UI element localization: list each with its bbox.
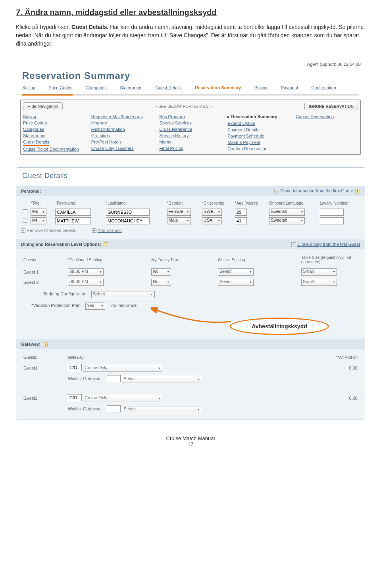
- gateway-table: Guests: Gateway: **Air Add-on Guest1 Cru…: [21, 353, 360, 415]
- nav-cruise-ticket-documentation[interactable]: Cruise Ticket Documentation: [23, 146, 85, 152]
- guest2-citizenship-select[interactable]: USA: [202, 217, 222, 224]
- gw-guest1-gateway-select[interactable]: Cruise Only: [83, 365, 162, 372]
- nav-payment-schedule[interactable]: Payment Schedule: [227, 133, 290, 139]
- gw-guest1-wlcode-input[interactable]: [107, 375, 121, 382]
- guest2-loyalty-input[interactable]: [320, 217, 344, 224]
- guest1-language-select[interactable]: Swedish: [269, 209, 305, 216]
- crumb-payment[interactable]: Payment: [281, 83, 298, 92]
- clone-dining-link[interactable]: →Clone dining from the first Guest: [291, 242, 360, 247]
- guest1-gender-select[interactable]: Female: [167, 209, 191, 216]
- personal-header: Personal: →Clone information from the fi…: [16, 186, 365, 196]
- doc-heading: 7. Ändra namn, middagstid eller avbestäl…: [16, 8, 365, 17]
- dining-table: Guests *Confirmed Seating My Family Time…: [21, 253, 360, 312]
- crumb-guest-details[interactable]: Guest Details: [156, 83, 182, 92]
- nav-make-a-payment[interactable]: Make a Payment: [227, 139, 290, 146]
- gw-guest1-waitlist-label: Waitlist Gateway:: [68, 376, 106, 381]
- crumb-price-codes[interactable]: Price Codes: [48, 83, 72, 92]
- nav-sailing[interactable]: Sailing: [23, 113, 85, 120]
- nav-request-email-fax[interactable]: Request e-Mail/Fax Forms: [91, 113, 154, 120]
- crumb-staterooms[interactable]: Staterooms: [120, 83, 142, 92]
- guest1-tablesize-select[interactable]: Small: [301, 268, 337, 276]
- crumb-sailing[interactable]: Sailing: [22, 83, 35, 92]
- hide-navigation-button[interactable]: Hide Navigation: [23, 102, 63, 110]
- gwcol-gateway: Gateway:: [66, 354, 315, 362]
- gw-guest2-code-input[interactable]: [68, 394, 82, 401]
- guest1-loyalty-input[interactable]: [320, 209, 344, 216]
- guest2-language-select[interactable]: Swedish: [269, 217, 305, 224]
- nav-service-history[interactable]: Service History: [160, 132, 222, 139]
- arrow-right-icon: →: [274, 189, 279, 193]
- nav-gratuities[interactable]: Gratuities: [91, 132, 154, 139]
- guest1-familytime-select[interactable]: No: [151, 268, 171, 276]
- gw-guest1-label: Guest1: [22, 363, 65, 373]
- arrow-right-icon: →: [291, 242, 296, 247]
- crumb-categories[interactable]: Categories: [86, 83, 107, 92]
- nav-confirm-reservation[interactable]: Confirm Reservation: [227, 146, 290, 152]
- trip-insurance-label: Trip Insurance: [109, 303, 137, 308]
- guest1-citizenship-select[interactable]: SWE: [202, 209, 222, 216]
- gw-guest2-gateway-select[interactable]: Cruise Only: [83, 395, 162, 402]
- callout-arrow-icon: [151, 306, 239, 329]
- guest2-lastname-input[interactable]: [106, 217, 150, 224]
- nav-flight-information[interactable]: Flight Information: [91, 126, 154, 132]
- ignore-reservation-button[interactable]: IGNORE RESERVATION: [304, 103, 358, 110]
- guest1-age-input[interactable]: [235, 209, 247, 216]
- guest2-firstname-input[interactable]: [55, 217, 91, 224]
- info-icon[interactable]: i: [104, 242, 108, 247]
- nav-pre-post-hotels[interactable]: Pre/Post Hotels: [91, 139, 154, 145]
- guest1-firstname-input[interactable]: [55, 209, 91, 216]
- nav-price-codes[interactable]: Price Codes: [23, 120, 85, 126]
- nav-extend-option[interactable]: Extend Option: [227, 120, 290, 126]
- bedding-select[interactable]: Select: [91, 291, 155, 298]
- bedding-label: Bedding Configuration:: [43, 291, 88, 296]
- remove-checked-guests[interactable]: −Remove Checked Guests: [21, 228, 83, 233]
- nav-memo[interactable]: Memo: [160, 139, 222, 145]
- guest1-checkbox[interactable]: [23, 209, 27, 214]
- guest1-title-select[interactable]: Ms: [31, 209, 46, 216]
- nav-final-pricing[interactable]: Final Pricing: [160, 145, 222, 151]
- nav-categories[interactable]: Categories: [23, 126, 85, 132]
- guest2-checkbox[interactable]: [23, 218, 27, 223]
- screenshot-panel: Agent Support: 08-22 54 00 Reservation S…: [16, 60, 365, 159]
- guest-details-box: Guest Details Personal: →Clone informati…: [16, 167, 365, 419]
- nav-payment-details[interactable]: Payment Details: [227, 126, 290, 133]
- nav-reservation-summary[interactable]: Reservation Summary: [227, 113, 290, 120]
- dcol-family: My Family Time: [150, 254, 216, 266]
- nav-guest-details[interactable]: Guest Details: [23, 139, 49, 146]
- gw-guest1-code-input[interactable]: [68, 364, 82, 371]
- gw-guest2-waitlist-select[interactable]: Select: [122, 406, 201, 413]
- footer-title: Cruise Match Manual: [0, 435, 381, 441]
- crumb-confirmation[interactable]: Confirmation: [311, 83, 336, 92]
- nav-cruise-only-transfers[interactable]: Cruise-Only Transfers: [91, 145, 154, 151]
- info-icon[interactable]: i: [43, 342, 48, 347]
- nav-staterooms[interactable]: Staterooms: [23, 132, 85, 139]
- guest2-title-select[interactable]: Mr: [31, 217, 46, 224]
- nav-special-services[interactable]: Special Services: [160, 120, 222, 126]
- gw-guest2-wlcode-input[interactable]: [107, 405, 121, 412]
- gateway-row-1: Guest1 Cruise Only 0.00: [22, 363, 359, 373]
- guest2-age-input[interactable]: [235, 217, 247, 224]
- crumb-pricing[interactable]: Pricing: [254, 83, 268, 92]
- gw-guest2-label: Guest2: [22, 393, 65, 403]
- guest1-lastname-input[interactable]: [106, 209, 150, 216]
- guest1-seating-select[interactable]: 08:30 PM: [68, 268, 104, 276]
- info-icon[interactable]: i: [355, 189, 360, 193]
- nav-cancel-reservation[interactable]: Cancel Reservation: [296, 113, 358, 120]
- clone-personal-link[interactable]: →Clone information from the first Guest …: [274, 188, 360, 193]
- guest2-gender-select[interactable]: Male: [167, 217, 191, 224]
- nav-cross-reference[interactable]: Cross Reference: [160, 126, 222, 132]
- nav-itinerary[interactable]: Itinerary: [91, 120, 154, 126]
- guest2-seating-select[interactable]: 08:30 PM: [68, 279, 104, 286]
- guest1-waitlist-select[interactable]: Select: [218, 268, 254, 276]
- guest2-waitlist-select[interactable]: Select: [218, 279, 254, 286]
- vacation-protection-select[interactable]: Yes: [85, 303, 105, 310]
- see-below-dropdown[interactable]: ~ SEE BELOW FOR DETAILS ~: [155, 104, 212, 109]
- nav-bus-program[interactable]: Bus Program: [160, 113, 222, 120]
- crumb-reservation-summary[interactable]: Reservation Summary: [195, 83, 241, 92]
- gw-guest1-waitlist-select[interactable]: Select: [122, 376, 201, 383]
- guest2-familytime-select[interactable]: No: [151, 279, 171, 286]
- dining-guest1-label: Guest 1: [22, 267, 65, 277]
- col-loyalty: Loyalty Number:: [318, 200, 360, 208]
- add-a-guest[interactable]: +Add a Guest: [92, 228, 129, 233]
- guest2-tablesize-select[interactable]: Small: [301, 279, 337, 286]
